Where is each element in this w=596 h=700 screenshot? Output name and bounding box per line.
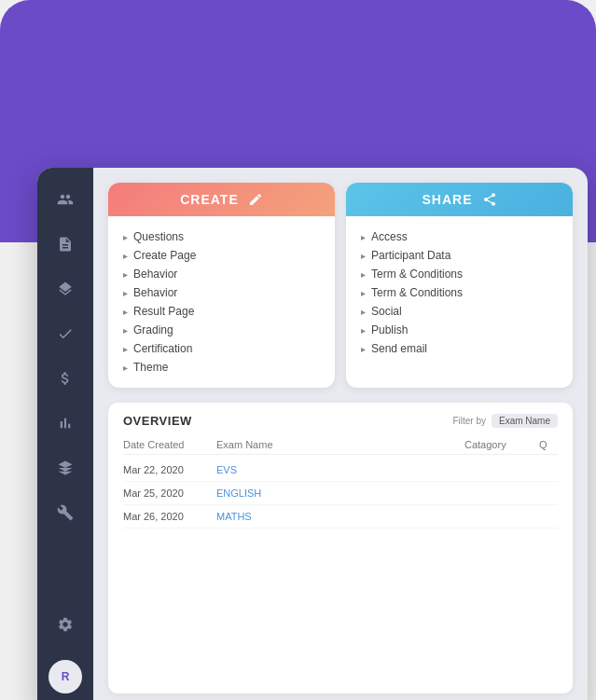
overview-section: OVERVIEW Filter by Exam Name Date Create… [108, 403, 573, 693]
share-icon [482, 192, 497, 207]
overview-header: OVERVIEW Filter by Exam Name [123, 414, 558, 428]
list-item[interactable]: Certification [123, 339, 320, 358]
sidebar-item-settings[interactable] [49, 608, 82, 641]
filter-badge[interactable]: Exam Name [492, 414, 558, 428]
sidebar-item-check[interactable] [49, 317, 82, 350]
share-card-header[interactable]: SHARE [346, 183, 573, 216]
col-q: Q [539, 439, 558, 450]
cell-exam-0[interactable]: EVS [216, 464, 464, 475]
cell-exam-2[interactable]: MATHS [216, 511, 464, 522]
sidebar-item-wrench[interactable] [49, 496, 82, 529]
list-item[interactable]: Participant Data [361, 246, 558, 265]
cards-row: CREATE Questions Create Page Behavior Be… [108, 183, 573, 388]
col-exam-name: Exam Name [216, 439, 464, 450]
create-card-header[interactable]: CREATE [108, 183, 335, 216]
create-card-title: CREATE [180, 192, 239, 207]
create-items-list: Questions Create Page Behavior Behavior … [123, 227, 320, 377]
list-item[interactable]: Result Page [123, 302, 320, 321]
table-header: Date Created Exam Name Catagory Q [123, 435, 558, 455]
list-item[interactable]: Behavior [123, 283, 320, 302]
cell-exam-1[interactable]: ENGLISH [216, 487, 464, 499]
edit-icon [248, 192, 263, 207]
filter-label: Filter by [452, 416, 486, 426]
list-item[interactable]: Grading [123, 321, 320, 339]
list-item[interactable]: Term & Conditions [361, 283, 558, 302]
table-row[interactable]: Mar 22, 2020 EVS [123, 459, 558, 482]
main-content: CREATE Questions Create Page Behavior Be… [93, 168, 588, 700]
col-category: Catagory [464, 439, 539, 450]
sidebar-item-dollar[interactable] [49, 362, 82, 395]
list-item[interactable]: Behavior [123, 265, 320, 283]
sidebar-item-diamond[interactable] [49, 451, 82, 485]
cell-date-0: Mar 22, 2020 [123, 464, 216, 475]
share-card-title: SHARE [422, 192, 472, 207]
sidebar-item-users[interactable] [49, 183, 82, 216]
table-row[interactable]: Mar 25, 2020 ENGLISH [123, 482, 558, 505]
sidebar-bottom: R [49, 608, 82, 693]
cell-date-2: Mar 26, 2020 [123, 511, 216, 522]
create-card-body: Questions Create Page Behavior Behavior … [108, 216, 335, 388]
create-card: CREATE Questions Create Page Behavior Be… [108, 183, 335, 388]
share-items-list: Access Participant Data Term & Condition… [361, 227, 558, 358]
list-item[interactable]: Publish [361, 321, 558, 339]
share-card-body: Access Participant Data Term & Condition… [346, 216, 573, 369]
list-item[interactable]: Theme [123, 358, 320, 377]
list-item[interactable]: Create Page [123, 246, 320, 265]
list-item[interactable]: Access [361, 227, 558, 246]
overview-title: OVERVIEW [123, 414, 192, 428]
table-row[interactable]: Mar 26, 2020 MATHS [123, 505, 558, 528]
sidebar: R [37, 168, 93, 700]
sidebar-item-layers[interactable] [49, 272, 82, 306]
list-item[interactable]: Send email [361, 339, 558, 358]
list-item[interactable]: Questions [123, 227, 320, 246]
device-screen: R CREATE Questions Create Page Be [37, 168, 588, 700]
col-date-created: Date Created [123, 439, 216, 450]
share-card: SHARE Access Participant Data Term & Con… [346, 183, 573, 388]
sidebar-item-chart[interactable] [49, 406, 82, 440]
list-item[interactable]: Term & Conditions [361, 265, 558, 283]
sidebar-item-documents[interactable] [49, 227, 82, 261]
list-item[interactable]: Social [361, 302, 558, 321]
cell-date-1: Mar 25, 2020 [123, 487, 216, 499]
avatar[interactable]: R [49, 660, 82, 693]
filter-row: Filter by Exam Name [452, 414, 558, 428]
